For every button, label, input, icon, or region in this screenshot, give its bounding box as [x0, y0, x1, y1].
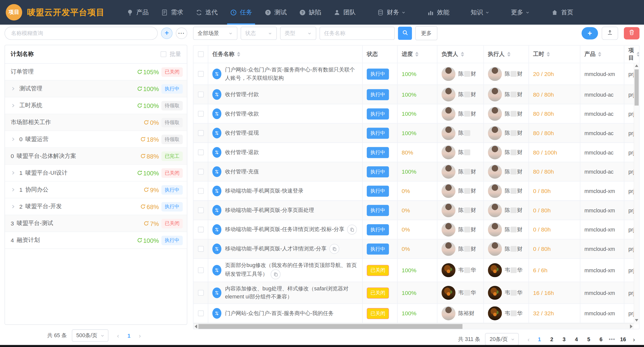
- row-checkbox[interactable]: [198, 311, 204, 316]
- nav-item-效能[interactable]: 效能: [421, 0, 456, 25]
- page-number[interactable]: 1: [123, 332, 135, 338]
- row-checkbox[interactable]: [198, 267, 204, 273]
- plan-row[interactable]: 4融资计划100%执行中: [5, 232, 187, 249]
- row-checkbox[interactable]: [198, 149, 204, 155]
- refresh-icon[interactable]: [137, 237, 142, 243]
- sort-carets-icon[interactable]: [237, 52, 240, 57]
- next-page-arrow[interactable]: ›: [629, 336, 639, 343]
- type-select[interactable]: 类型: [280, 27, 316, 40]
- task-row[interactable]: 收付管理-退款执行中80%陈陈财80 / 100hmmcloud-acprj-m: [194, 143, 639, 162]
- plan-row[interactable]: 3唛盟平台-测试7%已关闭: [5, 215, 187, 232]
- more-filters-button[interactable]: 更多: [415, 26, 437, 40]
- row-checkbox[interactable]: [198, 130, 204, 136]
- row-checkbox[interactable]: [198, 92, 204, 97]
- nav-item-财务[interactable]: 财务: [371, 0, 412, 25]
- column-header-owner[interactable]: 负责人: [437, 46, 484, 63]
- task-row[interactable]: 收付管理-提现执行中100%陈陈财80 / 80hmmcloud-acprj-m: [194, 124, 639, 143]
- column-header-exec[interactable]: 执行人: [484, 46, 529, 63]
- nav-item-任务[interactable]: 任务: [224, 0, 258, 25]
- vertical-scrollbar[interactable]: [634, 63, 639, 323]
- scroll-left-arrow[interactable]: [195, 324, 197, 328]
- expand-chevron-icon[interactable]: [11, 170, 16, 175]
- plan-search-input[interactable]: 名称模糊查询: [5, 27, 158, 40]
- refresh-icon[interactable]: [143, 120, 149, 125]
- task-row[interactable]: 移动端功能-手机网页版-人才详情浏览-分享执行中0%陈财陈财0 / 80hmmc…: [194, 239, 639, 259]
- nav-item-测试[interactable]: ?测试: [258, 0, 293, 25]
- page-number[interactable]: 3: [558, 336, 570, 342]
- batch-checkbox[interactable]: [161, 51, 166, 57]
- nav-item-产品[interactable]: 产品: [120, 0, 155, 25]
- refresh-icon[interactable]: [140, 204, 146, 209]
- select-all-checkbox[interactable]: [198, 51, 204, 57]
- sort-carets-icon[interactable]: [547, 52, 550, 57]
- plan-page-size-select[interactable]: 500条/页: [72, 329, 108, 342]
- task-row[interactable]: 移动端功能-手机网页版-分享页面处理执行中0%陈财陈财0 / 80hmmclou…: [194, 201, 639, 220]
- plan-row[interactable]: 订单管理105%已关闭: [5, 64, 187, 81]
- task-row[interactable]: 门户网站-众包门户-首页-服务商中心-我的任务已关闭100%陈裕财韦华32 / …: [194, 304, 639, 323]
- plan-row[interactable]: 市场部相关工作0%待领取: [5, 114, 187, 131]
- refresh-icon[interactable]: [137, 170, 142, 176]
- row-checkbox[interactable]: [198, 227, 204, 233]
- column-header-name[interactable]: 任务名称: [208, 46, 363, 63]
- sort-carets-icon[interactable]: [415, 52, 419, 57]
- copy-icon[interactable]: [329, 244, 339, 254]
- task-row[interactable]: 收付管理-付款执行中100%陈财陈财80 / 80hmmcloud-acprj-…: [194, 85, 639, 104]
- copy-icon[interactable]: [271, 269, 280, 279]
- row-checkbox[interactable]: [198, 71, 204, 77]
- horizontal-scroll-thumb[interactable]: [198, 324, 463, 329]
- column-header-hours[interactable]: 工时: [529, 46, 580, 63]
- page-number[interactable]: 4: [570, 336, 583, 342]
- page-number[interactable]: 6: [595, 336, 607, 342]
- status-select[interactable]: 状态: [241, 27, 277, 40]
- page-number[interactable]: 2: [546, 336, 558, 342]
- scene-select[interactable]: 全部场景: [193, 27, 237, 40]
- plan-row[interactable]: 工时系统100%待领取: [5, 97, 187, 114]
- column-header-progress[interactable]: 进度: [398, 46, 437, 63]
- batch-toggle[interactable]: 批量: [161, 51, 181, 58]
- nav-item-缺陷[interactable]: ?缺陷: [293, 0, 327, 25]
- refresh-icon[interactable]: [137, 86, 142, 92]
- nav-item-迭代[interactable]: 迭代: [189, 0, 224, 25]
- task-row[interactable]: 门户网站-众包门户-首页-服务商中心-所有数据只关联个人账号，不关联组织架构执行…: [194, 63, 639, 85]
- task-row[interactable]: 页面部分bug修改（我发布的任务详情页顶部导航、首页研发管理工具等）已关闭100…: [194, 259, 639, 282]
- expand-chevron-icon[interactable]: [11, 137, 16, 142]
- task-row[interactable]: 内容添加修改、bug处理、样式修改（safari浏览器对element ui部分…: [194, 282, 639, 304]
- plan-row[interactable]: 测试管理100%执行中: [5, 81, 187, 97]
- refresh-icon[interactable]: [137, 69, 142, 75]
- prev-page-arrow[interactable]: ‹: [113, 332, 123, 339]
- sort-carets-icon[interactable]: [636, 52, 639, 57]
- vertical-scroll-thumb[interactable]: [634, 69, 638, 106]
- delete-button[interactable]: [624, 27, 639, 40]
- task-name-input[interactable]: 任务名称: [320, 27, 395, 40]
- column-header-product[interactable]: 产品: [580, 46, 624, 63]
- expand-chevron-icon[interactable]: [11, 86, 16, 91]
- task-row[interactable]: 收付管理-收款执行中100%陈财陈财80 / 80hmmcloud-acprj-…: [194, 104, 639, 124]
- task-row[interactable]: 移动端功能-手机网页版-任务详情页浏览-投标-分享执行中0%陈财陈财0 / 80…: [194, 220, 639, 240]
- scroll-down-arrow[interactable]: [635, 319, 638, 322]
- nav-item-更多[interactable]: 更多: [505, 0, 536, 25]
- import-button[interactable]: [602, 27, 618, 40]
- plan-row[interactable]: 0唛盟平台-总体解决方案88%已完工: [5, 148, 187, 165]
- row-checkbox[interactable]: [198, 246, 204, 252]
- column-header-project[interactable]: 项目: [624, 46, 639, 63]
- copy-icon[interactable]: [347, 225, 357, 235]
- sort-carets-icon[interactable]: [598, 52, 601, 57]
- sort-carets-icon[interactable]: [461, 52, 464, 57]
- nav-item-需求[interactable]: 需求: [155, 0, 189, 25]
- task-row[interactable]: 移动端功能-手机网页版-快速登录执行中0%陈财陈财0 / 80hmmcloud-…: [194, 181, 639, 201]
- nav-item-知识[interactable]: 知识: [465, 0, 496, 25]
- page-ellipsis[interactable]: •••: [607, 336, 617, 342]
- plan-row[interactable]: 2唛盟平台-开发68%执行中: [5, 198, 187, 215]
- refresh-icon[interactable]: [140, 136, 146, 142]
- sort-carets-icon[interactable]: [507, 52, 510, 57]
- add-task-button[interactable]: +: [582, 27, 598, 40]
- expand-chevron-icon[interactable]: [11, 204, 16, 209]
- refresh-icon[interactable]: [143, 220, 149, 226]
- next-page-arrow[interactable]: ›: [135, 332, 145, 339]
- row-checkbox[interactable]: [198, 207, 204, 213]
- row-checkbox[interactable]: [198, 290, 204, 296]
- expand-chevron-icon[interactable]: [11, 103, 16, 108]
- refresh-icon[interactable]: [137, 103, 142, 108]
- search-button[interactable]: [398, 27, 412, 40]
- prev-page-arrow[interactable]: ‹: [524, 336, 533, 343]
